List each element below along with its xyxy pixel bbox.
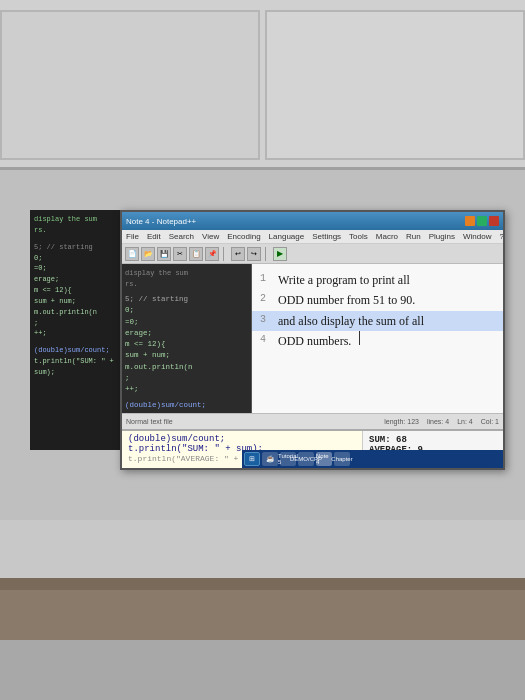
code-line: ; [125,373,248,384]
line-number-1: 1 [260,270,272,290]
status-lines: lines: 4 [427,418,449,425]
task-line-4: 4 ODD numbers. [260,331,495,351]
side-code-line: m.out.println(n [34,307,118,318]
code-line: 5; // starting [125,294,248,305]
left-code-panel: display the sum rs. 5; // starting 0; =0… [122,264,252,413]
code-line: (double)sum/count; [125,400,248,411]
minimize-button[interactable] [465,216,475,226]
task-line-1: 1 Write a program to print all [260,270,495,290]
code-line: erage; [125,328,248,339]
side-code-panel: display the sum rs. 5; // starting 0; =0… [30,210,122,450]
status-length: length: 123 [384,418,419,425]
editor-container: display the sum rs. 5; // starting 0; =0… [122,264,503,413]
toolbar-run[interactable]: ▶ [273,247,287,261]
side-code-line: rs. [34,225,118,236]
status-col: Col: 1 [481,418,499,425]
toolbar-redo[interactable]: ↪ [247,247,261,261]
desk-surface [0,578,525,590]
menu-file[interactable]: File [126,232,139,241]
code-line: 0; [125,305,248,316]
taskbar-start[interactable]: ⊞ [244,452,260,466]
menu-view[interactable]: View [202,232,219,241]
menu-run[interactable]: Run [406,232,421,241]
status-bar: Normal text file length: 123 lines: 4 Ln… [122,413,503,429]
toolbar-save[interactable]: 💾 [157,247,171,261]
close-button[interactable] [489,216,499,226]
menu-tools[interactable]: Tools [349,232,368,241]
side-code-line: t.println("SUM: " + sum); [34,356,118,378]
toolbar-divider2 [265,247,269,261]
toolbar-divider [223,247,227,261]
side-code-line: =0; [34,263,118,274]
ceiling [0,0,525,170]
code-line: sum + num; [125,350,248,361]
side-code-line: m <= 12){ [34,285,118,296]
menu-help[interactable]: ? [499,232,503,241]
code-line: m <= 12){ [125,339,248,350]
status-ln: Ln: 4 [457,418,473,425]
task-text-2: ODD number from 51 to 90. [278,290,415,310]
side-code-line: erage; [34,274,118,285]
computer-window: Note 4 - Notepad++ File Edit Search View… [120,210,505,470]
line-number-4: 4 [260,331,272,351]
output-code-1: (double)sum/count; [128,434,356,444]
side-code-line: sum + num; [34,296,118,307]
side-code-line: display the sum [34,214,118,225]
line-number-3: 3 [260,311,272,331]
menu-encoding[interactable]: Encoding [227,232,260,241]
toolbar-cut[interactable]: ✂ [173,247,187,261]
menu-bar: File Edit Search View Encoding Language … [122,230,503,244]
task-line-3: 3 and also display the sum of all [252,311,503,331]
menu-search[interactable]: Search [169,232,194,241]
toolbar-new[interactable]: 📄 [125,247,139,261]
ceiling-tile-left [0,10,260,160]
code-line: display the sum [125,268,248,279]
window-controls [465,216,499,226]
task-text-4: ODD numbers. [278,331,351,351]
output-sum: SUM: 68 [369,435,497,445]
text-cursor [359,331,360,345]
code-line: =0; [125,317,248,328]
title-bar-left: Note 4 - Notepad++ [126,217,196,226]
taskbar-java1[interactable]: ☕ [262,452,278,466]
menu-edit[interactable]: Edit [147,232,161,241]
title-bar: Note 4 - Notepad++ [122,212,503,230]
menu-settings[interactable]: Settings [312,232,341,241]
task-text-3: and also display the sum of all [278,311,424,331]
side-code-line: ; [34,318,118,329]
side-code-line: (double)sum/count; [34,345,118,356]
taskbar-item-chapter[interactable]: Chapter [334,452,350,466]
task-text-1: Write a program to print all [278,270,410,290]
toolbar-paste[interactable]: 📌 [205,247,219,261]
side-code-line: 0; [34,253,118,264]
toolbar-copy[interactable]: 📋 [189,247,203,261]
system-taskbar: ⊞ ☕ Tutorial 5 DEMO/CPP Note 4 Chapter 7… [242,450,505,468]
menu-plugins[interactable]: Plugins [429,232,455,241]
window-title: Note 4 - Notepad++ [126,217,196,226]
side-code-line: 5; // starting [34,242,118,253]
taskbar-item-note4[interactable]: Note 4 [316,452,332,466]
menu-window[interactable]: Window [463,232,491,241]
code-line: t.println("SUM: " + sum); [125,412,248,414]
menu-macro[interactable]: Macro [376,232,398,241]
code-line: rs. [125,279,248,290]
task-description-panel[interactable]: 1 Write a program to print all 2 ODD num… [252,264,503,413]
toolbar-undo[interactable]: ↩ [231,247,245,261]
toolbar-open[interactable]: 📂 [141,247,155,261]
code-line: ++; [125,384,248,395]
status-text: Normal text file [126,418,173,425]
line-number-2: 2 [260,290,272,310]
maximize-button[interactable] [477,216,487,226]
ceiling-tile-right [265,10,525,160]
taskbar-item-demo[interactable]: DEMO/CPP [298,452,314,466]
side-code-line: ++; [34,328,118,339]
menu-language[interactable]: Language [269,232,305,241]
code-line: m.out.println(n [125,362,248,373]
task-line-2: 2 ODD number from 51 to 90. [260,290,495,310]
toolbar: 📄 📂 💾 ✂ 📋 📌 ↩ ↪ ▶ [122,244,503,264]
